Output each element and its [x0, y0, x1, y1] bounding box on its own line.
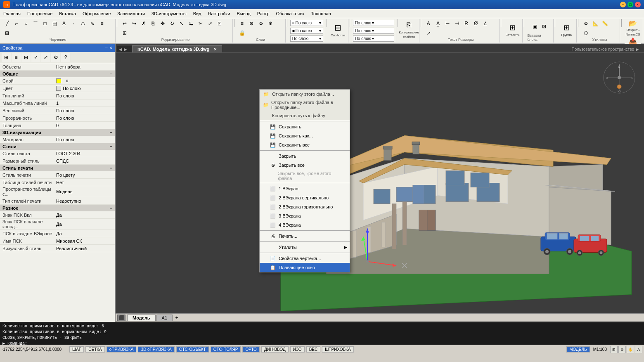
annotscale-btn[interactable]: A	[635, 346, 642, 353]
redo-tool[interactable]: ↪	[130, 19, 139, 28]
move-tool[interactable]: ✥	[158, 19, 167, 28]
mirror-tool[interactable]: ⇆	[187, 19, 196, 28]
ellipse-tool[interactable]: ⬭	[78, 19, 88, 28]
arc-tool[interactable]: ⌒	[31, 19, 40, 28]
open-norma-button[interactable]: 📂 Открыть NormaCS	[625, 19, 641, 37]
ctx-viewport1[interactable]: ⬜ 1 ВЭкран	[260, 184, 350, 193]
polyline-tool[interactable]: ⌐	[12, 19, 21, 28]
status-step[interactable]: ШАГ	[69, 346, 84, 353]
ctx-print[interactable]: 🖨 Печать...	[260, 232, 350, 241]
status-3dosnap[interactable]: 3D оПРИВЯЗКА	[138, 346, 174, 353]
menu-item-topo[interactable]: Топоплан	[308, 9, 334, 18]
ctx-save-as[interactable]: 💾 Сохранить как...	[260, 131, 350, 140]
menu-item-format[interactable]: Оформление	[79, 9, 114, 18]
panel-tb-3[interactable]: ⊟	[21, 53, 31, 62]
nav-back[interactable]: ◀	[119, 47, 122, 52]
dim-aligned[interactable]: ⊣	[452, 19, 462, 28]
mline-tool[interactable]: ≡	[97, 19, 107, 28]
ctx-copy-path[interactable]: Копировать путь к файлу	[260, 111, 350, 120]
ctx-viewport4[interactable]: ⬜ 4 ВЭкрана	[260, 220, 350, 230]
menu-item-home[interactable]: Главная	[0, 9, 24, 18]
menu-item-view[interactable]: Вид	[190, 9, 205, 18]
panel-tb-6[interactable]: ⚙	[51, 53, 60, 62]
layer-manager[interactable]: ≡	[237, 19, 246, 28]
layer-props[interactable]: ⚙	[256, 19, 265, 28]
dim-linear[interactable]: ⊢	[443, 19, 452, 28]
pan-btn[interactable]: ✋	[627, 346, 634, 353]
leader-tool[interactable]: ↗	[424, 28, 433, 38]
menu-item-build[interactable]: Построение	[24, 9, 56, 18]
nav-fwd[interactable]: ▶	[124, 47, 127, 52]
panel-minimize-btn[interactable]: −	[105, 45, 108, 51]
bylayer-dropdown3[interactable]: По слою▾	[353, 35, 394, 42]
status-ortho[interactable]: ОРТО	[242, 346, 259, 353]
canvas-area[interactable]: С Ю З В	[116, 53, 644, 313]
rect-tool[interactable]: □	[40, 19, 50, 28]
status-din[interactable]: ДИН-ВВОД	[261, 346, 289, 353]
rotate-tool[interactable]: ↻	[168, 19, 177, 28]
hatch-tool[interactable]: ▤	[50, 19, 59, 28]
status-ots-polar[interactable]: ОТС-ПОЛЯР	[211, 346, 241, 353]
copy-props-button[interactable]: ⎘ Копирование свойств	[401, 19, 417, 40]
panel-tb-5[interactable]: ⤢	[41, 53, 50, 62]
scale-tool[interactable]: ⤡	[177, 19, 186, 28]
ctx-utils[interactable]: Утилиты ▶	[260, 243, 350, 252]
insert-button[interactable]: ⊞ Вставить	[504, 19, 521, 40]
undo-tool[interactable]: ↩	[120, 19, 129, 28]
layer-freeze[interactable]: ❄	[266, 19, 275, 28]
text-tool[interactable]: A	[59, 19, 69, 28]
panel-tb-7[interactable]: ?	[61, 53, 70, 62]
ctx-close-all[interactable]: ⊗ Закрыть все	[260, 161, 350, 170]
menu-item-settings[interactable]: Настройки	[205, 9, 234, 18]
section-print[interactable]: Стиль печати−	[0, 165, 115, 171]
status-iso[interactable]: ИЗО	[290, 346, 305, 353]
array-tool[interactable]: ⊞	[120, 28, 129, 38]
point-tool[interactable]: ·	[69, 19, 78, 28]
offset-tool[interactable]: ⊡	[215, 19, 224, 28]
close-button[interactable]: ×	[635, 2, 641, 7]
section-3dviz[interactable]: 3D-визуализация−	[0, 129, 115, 136]
maximize-button[interactable]: □	[627, 2, 633, 7]
drawing-tab-cottage[interactable]: nCAD. Модель коттеджа 3D.dwg ×	[132, 45, 222, 52]
ctx-drawing-props[interactable]: 📄 Свойства чертежа...	[260, 254, 350, 263]
panel-tb-4[interactable]: ✓	[31, 53, 40, 62]
status-weight[interactable]: ВЕС	[306, 346, 321, 353]
dim-radius[interactable]: R	[462, 19, 471, 28]
ctx-close[interactable]: Закрыть	[260, 151, 350, 161]
menu-item-3dtools[interactable]: 3D-инструменты	[148, 9, 190, 18]
status-osnap[interactable]: оПРИВЯЗКА	[107, 346, 137, 353]
layer-dropdown[interactable]: ≡ По слою ▾	[290, 20, 323, 26]
erase-tool[interactable]: ✗	[139, 19, 148, 28]
util3[interactable]: 📏	[600, 19, 609, 28]
status-ots-obj[interactable]: ОТС-ОБЪЕКТ	[176, 346, 209, 353]
menu-item-raster[interactable]: Растр	[254, 9, 273, 18]
panel-tb-2[interactable]: ≡	[12, 53, 21, 62]
menu-item-clouds[interactable]: Облака точек	[273, 9, 308, 18]
ctx-viewport3[interactable]: ⬜ 3 ВЭкрана	[260, 211, 350, 220]
circle-tool[interactable]: ○	[21, 19, 31, 28]
status-grid[interactable]: СЕТКА	[85, 346, 105, 353]
menu-item-dependencies[interactable]: Зависимости	[114, 9, 148, 18]
layer-add[interactable]: ⊕	[247, 19, 256, 28]
block-insert[interactable]: ⊞	[2, 28, 12, 38]
ctx-viewport2v[interactable]: ⬜ 2 ВЭкрана вертикально	[260, 193, 350, 202]
line-tool[interactable]: ╱	[2, 19, 12, 28]
menu-item-insert[interactable]: Вставка	[56, 9, 79, 18]
insert-block-vp[interactable]: ⊠	[540, 22, 549, 31]
menu-item-output[interactable]: Вывод	[233, 9, 253, 18]
panel-tb-1[interactable]: ⊞	[2, 53, 11, 62]
dim-diameter[interactable]: Ø	[471, 19, 481, 28]
section-general[interactable]: Общие−	[0, 71, 115, 77]
ctx-save[interactable]: 💾 Сохранить	[260, 122, 350, 131]
mtext-tool[interactable]: A̲	[433, 19, 443, 28]
ctx-open-explorer[interactable]: 📁 Открыть папку этого файла в Проводнике…	[260, 99, 350, 111]
layer-lock[interactable]: 🔒	[237, 28, 246, 38]
linetype-dropdown[interactable]: По слою ▾	[290, 35, 323, 42]
trim-tool[interactable]: ✂	[196, 19, 205, 28]
util2[interactable]: 📐	[591, 19, 600, 28]
status-model[interactable]: МОДЕЛЬ	[566, 346, 590, 353]
bylayer-dropdown2[interactable]: По слою▾	[353, 28, 394, 34]
util1[interactable]: ⚙	[581, 19, 590, 28]
insert-vp[interactable]: ▣	[530, 22, 539, 31]
text-tool-2[interactable]: A	[424, 19, 433, 28]
